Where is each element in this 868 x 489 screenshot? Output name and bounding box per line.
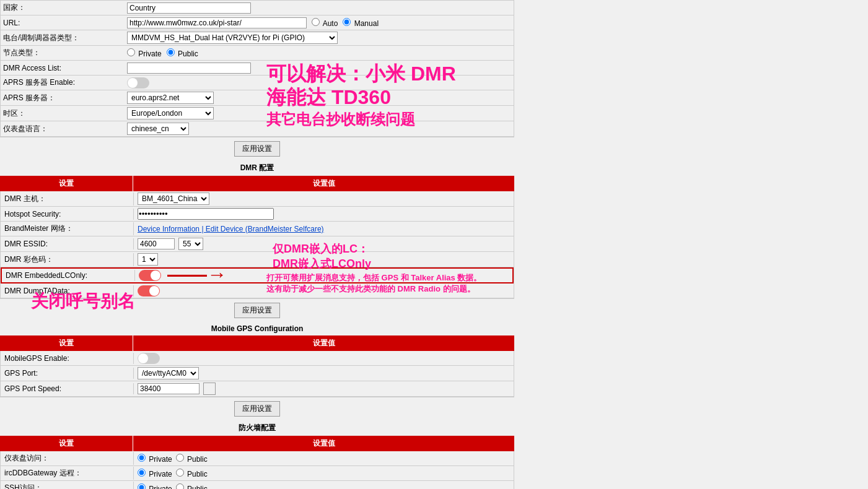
dmr-embeddedlconly-label: DMR EmbeddedLCOnly:	[2, 270, 135, 281]
dmr-header-value: 设置值	[133, 176, 514, 191]
dashboard-private-radio[interactable]	[138, 454, 146, 462]
gps-enable-knob	[138, 353, 148, 363]
hotspot-security-row: Hotspot Security:	[1, 207, 514, 222]
dmr-embeddedlconly-row: DMR EmbeddedLCOnly:	[1, 267, 514, 283]
country-row: 国家：	[1, 1, 514, 15]
manual-radio-label: Manual	[343, 18, 379, 28]
dmr-table-header: 设置 设置值	[0, 176, 514, 191]
aprs-server-select[interactable]: euro.aprs2.net	[127, 92, 214, 104]
aprs-enable-toggle[interactable]	[127, 77, 149, 89]
gps-port-label: GPS Port:	[1, 368, 134, 379]
dmr-table-body: DMR 主机： BM_4601_China Hotspot Security: …	[0, 191, 514, 299]
node-public-radio[interactable]	[167, 48, 175, 56]
apply-settings-btn-1[interactable]: 应用设置	[234, 141, 280, 157]
timezone-label: 时区：	[3, 108, 127, 119]
dmr-dumptadata-knob	[149, 286, 159, 296]
dmr-config-title: DMR 配置	[0, 160, 514, 176]
dmr-essid-input[interactable]	[138, 238, 175, 249]
gps-enable-toggle[interactable]	[138, 353, 160, 364]
ssh-private-radio[interactable]	[138, 483, 146, 490]
dmr-host-row: DMR 主机： BM_4601_China	[1, 191, 514, 207]
gps-speed-input[interactable]	[138, 383, 199, 394]
radio-type-row: 电台/调制调器器类型： MMDVM_HS_Hat_Dual Hat (VR2VY…	[1, 30, 514, 46]
url-label: URL:	[3, 19, 127, 27]
url-input[interactable]	[127, 17, 307, 28]
firewall-header-setting: 设置	[0, 436, 133, 451]
dmr-embeddedlconly-knob	[151, 270, 160, 280]
ircddg-public-radio[interactable]	[176, 469, 184, 477]
auto-radio[interactable]	[312, 18, 320, 26]
gps-enable-label: MobileGPS Enable:	[1, 353, 134, 364]
dashboard-access-label: 仪表盘访问：	[1, 452, 134, 465]
brandmeister-label: BrandMeister 网络：	[1, 222, 134, 235]
gps-port-select[interactable]: /dev/ttyACM0	[138, 367, 199, 379]
dmr-essid-label: DMR ESSID:	[1, 238, 134, 249]
gps-speed-checkbox[interactable]	[203, 383, 216, 395]
ssh-public-radio[interactable]	[176, 483, 184, 490]
apply-settings-btn-2[interactable]: 应用设置	[234, 303, 280, 318]
node-type-row: 节点类型： Private Public	[1, 46, 514, 61]
aprs-enable-label: APRS 服务器 Enable:	[3, 77, 127, 88]
aprs-enable-row: APRS 服务器 Enable:	[1, 76, 514, 90]
gps-header-value: 设置值	[133, 335, 514, 351]
dmr-colorcode-row: DMR 彩色码： 1	[1, 252, 514, 267]
radio-type-select[interactable]: MMDVM_HS_Hat_Dual Hat (VR2VYE) for Pi (G…	[127, 32, 338, 44]
hotspot-security-input[interactable]	[138, 208, 274, 220]
aprs-server-row: APRS 服务器： euro.aprs2.net	[1, 90, 514, 106]
gps-port-row: GPS Port: /dev/ttyACM0	[1, 366, 514, 381]
timezone-row: 时区： Europe/London	[1, 106, 514, 121]
dashboard-lang-label: 仪表盘语言：	[3, 124, 127, 134]
url-row: URL: Auto Manual	[1, 15, 514, 30]
dmr-colorcode-label: DMR 彩色码：	[1, 253, 134, 266]
gps-config-title: Mobile GPS Configuration	[0, 322, 514, 335]
dmr-essid-row: DMR ESSID: 55	[1, 236, 514, 252]
gps-enable-row: MobileGPS Enable:	[1, 351, 514, 366]
gps-speed-label: GPS Port Speed:	[1, 383, 134, 394]
dashboard-access-row: 仪表盘访问： Private Public	[1, 451, 514, 466]
dmr-dumptadata-label: DMR DumpTAData:	[1, 285, 134, 296]
ircddg-label: ircDDBGateway 远程：	[1, 467, 134, 480]
dmr-embeddedlconly-toggle[interactable]	[139, 270, 161, 281]
firewall-header-value: 设置值	[133, 436, 514, 451]
country-input[interactable]	[127, 2, 251, 14]
dmr-dumptadata-row: DMR DumpTAData:	[1, 283, 514, 298]
dashboard-lang-row: 仪表盘语言： chinese_cn	[1, 121, 514, 137]
dmr-header-setting: 设置	[0, 176, 133, 191]
country-label: 国家：	[3, 2, 127, 13]
dmr-access-input[interactable]	[127, 63, 251, 74]
aprs-toggle-knob	[128, 78, 138, 88]
dashboard-public-radio[interactable]	[176, 454, 184, 462]
gps-table-header: 设置 设置值	[0, 335, 514, 351]
node-type-label: 节点类型：	[3, 48, 127, 58]
timezone-select[interactable]: Europe/London	[127, 107, 214, 119]
dmr-access-row: DMR Access List:	[1, 61, 514, 76]
node-public-label: Public	[167, 48, 198, 58]
gps-header-setting: 设置	[0, 335, 133, 351]
brandmeister-row: BrandMeister 网络： Device Information | Ed…	[1, 222, 514, 236]
gps-table-body: MobileGPS Enable: GPS Port: /dev/ttyACM0…	[0, 351, 514, 397]
ssh-access-row: SSH访问： Private Public	[1, 481, 514, 489]
ssh-access-label: SSH访问：	[1, 482, 134, 489]
node-private-radio[interactable]	[127, 48, 135, 56]
radio-type-label: 电台/调制调器器类型：	[3, 33, 127, 43]
dmr-essid-select[interactable]: 55	[178, 238, 203, 250]
ircddg-row: ircDDBGateway 远程： Private Public	[1, 466, 514, 481]
dmr-colorcode-select[interactable]: 1	[138, 253, 158, 266]
manual-radio[interactable]	[343, 18, 351, 26]
firewall-table-header: 设置 设置值	[0, 436, 514, 451]
aprs-server-label: APRS 服务器：	[3, 93, 127, 103]
node-private-label: Private	[127, 48, 162, 58]
dmr-access-label: DMR Access List:	[3, 64, 127, 72]
dmr-host-label: DMR 主机：	[1, 193, 134, 206]
dashboard-lang-select[interactable]: chinese_cn	[127, 123, 189, 135]
dmr-host-select[interactable]: BM_4601_China	[138, 193, 209, 205]
dmr-dumptadata-toggle[interactable]	[138, 285, 160, 296]
ircddg-private-radio[interactable]	[138, 469, 146, 477]
firewall-config-title: 防火墙配置	[0, 420, 514, 436]
hotspot-security-label: Hotspot Security:	[1, 209, 134, 220]
brandmeister-link[interactable]: Device Information | Edit Device (BrandM…	[138, 225, 324, 233]
firewall-table-body: 仪表盘访问： Private Public ircDDBGateway 远程： …	[0, 451, 514, 489]
apply-settings-btn-3[interactable]: 应用设置	[234, 401, 280, 417]
gps-speed-row: GPS Port Speed:	[1, 381, 514, 397]
auto-radio-label: Auto	[312, 18, 338, 28]
